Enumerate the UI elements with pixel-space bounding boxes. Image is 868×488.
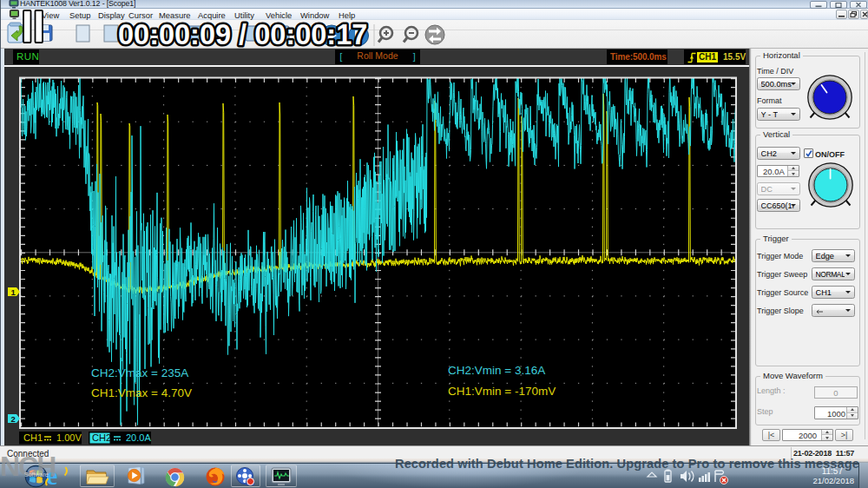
svg-text:20.0A: 20.0A [126,432,151,443]
svg-text:CH2:Vmax = 235A: CH2:Vmax = 235A [91,366,188,379]
svg-text:1: 1 [11,287,16,297]
svg-text:00:00:09 / 00:00:17: 00:00:09 / 00:00:17 [118,19,367,50]
svg-text:1.00V: 1.00V [56,432,82,443]
svg-text:CH2:Vmin = 3.16A: CH2:Vmin = 3.16A [448,364,545,377]
svg-text:CH2: CH2 [92,432,111,443]
svg-text:CH1: CH1 [23,432,43,443]
svg-text:2: 2 [11,414,16,424]
svg-text:CH1:Vmin = -170mV: CH1:Vmin = -170mV [448,385,556,398]
svg-text:CH1:Vmax = 4.70V: CH1:Vmax = 4.70V [91,386,192,399]
